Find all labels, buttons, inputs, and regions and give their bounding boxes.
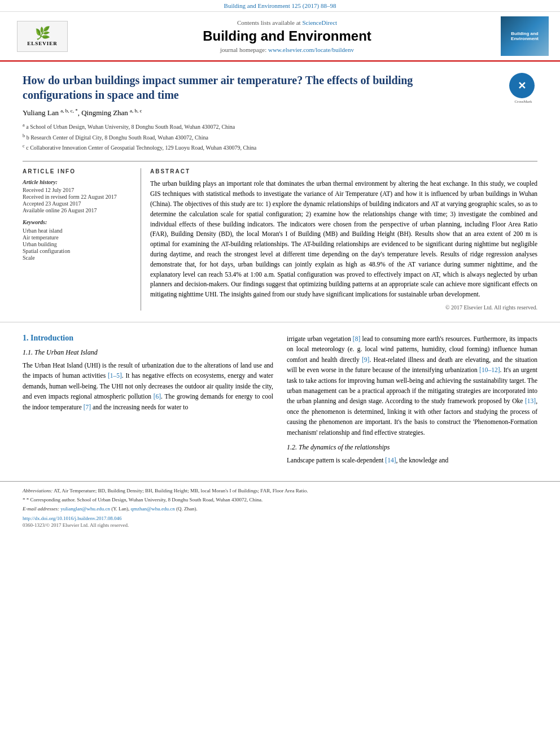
corresponding-line: * * Corresponding author. School of Urba… <box>23 496 537 504</box>
keyword-4: Spatial configuration <box>23 248 132 254</box>
crossmark-icon: ✕ <box>509 73 535 98</box>
affiliation-b: b b Research Center of Digital City, 8 D… <box>23 133 537 142</box>
homepage-link[interactable]: www.elsevier.com/locate/buildenv <box>268 46 354 53</box>
journal-homepage: journal homepage: www.elsevier.com/locat… <box>73 46 501 53</box>
ref-8: [8] <box>353 335 360 342</box>
journal-logo-right: Building andEnvironment <box>501 16 549 56</box>
corresponding-star: * <box>23 497 25 503</box>
keywords-label: Keywords: <box>23 219 132 225</box>
affiliations: a a School of Urban Design, Wuhan Univer… <box>23 122 537 152</box>
title-row: How do urban buildings impact summer air… <box>23 73 537 102</box>
abbreviations-line: Abbreviations: AT, Air Temperature; BD, … <box>23 487 537 495</box>
ref-6: [6] <box>154 393 161 400</box>
doi-link[interactable]: http://dx.doi.org/10.1016/j.buildenv.201… <box>23 516 122 521</box>
elsevier-logo: 🌿 ELSEVIER <box>17 21 68 52</box>
ref-14: [14] <box>385 457 396 464</box>
affiliation-c: c c Collaborative Innovation Center of G… <box>23 143 537 152</box>
email2-note: (Q. Zhan). <box>176 506 198 512</box>
contents-line: Contents lists available at ScienceDirec… <box>73 19 501 26</box>
author-yuliang: Yuliang Lan a, b, c, * <box>23 108 78 117</box>
keyword-3: Urban building <box>23 241 132 247</box>
available-date: Available online 26 August 2017 <box>23 207 132 213</box>
ref-13: [13] <box>525 397 536 404</box>
body-para2: Landscape pattern is scale-dependent [14… <box>287 455 537 465</box>
keyword-1: Urban heat island <box>23 228 132 234</box>
footer-section: Abbreviations: AT, Air Temperature; BD, … <box>0 481 560 534</box>
email2-link[interactable]: qmzhan@whu.edu.cn <box>131 506 175 512</box>
crossmark-label: CrossMark <box>509 99 537 104</box>
body-para1: The Urban Heat Island (UHI) is the resul… <box>23 360 273 412</box>
subsection1-title: 1.1. The Urban Heat Island <box>23 348 273 357</box>
ref-1-5: [1–5] <box>108 372 122 379</box>
history-label: Article history: <box>23 179 132 185</box>
journal-ref-bar: Building and Environment 125 (2017) 88–9… <box>0 0 560 12</box>
section1-title: 1. Introduction <box>23 334 273 343</box>
journal-center: Contents lists available at ScienceDirec… <box>73 19 501 53</box>
received-revised: Received in revised form 22 August 2017 <box>23 194 132 200</box>
elsevier-logo-area: 🌿 ELSEVIER <box>11 21 73 52</box>
subsection2-title: 1.2. The dynamics of the relationships <box>287 443 537 452</box>
email-label: E-mail addresses: <box>23 506 59 512</box>
tree-icon: 🌿 <box>35 26 50 41</box>
ref-7: [7] <box>84 404 91 410</box>
ref-9: [9] <box>362 356 369 363</box>
article-info-header: ARTICLE INFO <box>23 168 132 174</box>
journal-title: Building and Environment <box>73 28 501 44</box>
affiliation-a: a a School of Urban Design, Wuhan Univer… <box>23 122 537 131</box>
abstract-text: The urban building plays an important ro… <box>150 179 537 300</box>
body-section: 1. Introduction 1.1. The Urban Heat Isla… <box>0 322 560 481</box>
keyword-2: Air temperature <box>23 234 132 241</box>
copyright-line: © 2017 Elsevier Ltd. All rights reserved… <box>150 304 537 311</box>
article-info-col: ARTICLE INFO Article history: Received 1… <box>23 168 141 311</box>
contents-text: Contents lists available at <box>237 19 301 26</box>
keyword-5: Scale <box>23 255 132 261</box>
elsevier-wordmark: ELSEVIER <box>27 41 58 46</box>
corresponding-label: * Corresponding author. <box>27 497 76 503</box>
homepage-label: journal homepage: <box>220 46 266 53</box>
doi-line: http://dx.doi.org/10.1016/j.buildenv.201… <box>23 516 537 521</box>
body-left-col: 1. Introduction 1.1. The Urban Heat Isla… <box>23 334 273 470</box>
authors-line: Yuliang Lan a, b, c, *, Qingming Zhan a,… <box>23 108 537 117</box>
keywords-block: Keywords: Urban heat island Air temperat… <box>23 219 132 261</box>
abbrev-label: Abbreviations: <box>23 488 53 493</box>
email-line: E-mail addresses: yulianglan@whu.edu.cn … <box>23 505 537 513</box>
crossmark-badge: ✕ CrossMark <box>509 73 537 101</box>
ref-10-12: [10–12] <box>479 366 500 373</box>
info-abstract-columns: ARTICLE INFO Article history: Received 1… <box>23 161 537 311</box>
journal-middle: 🌿 ELSEVIER Contents lists available at S… <box>0 12 560 60</box>
body-columns: 1. Introduction 1.1. The Urban Heat Isla… <box>23 334 537 470</box>
body-para1-cont: irrigate urban vegetation [8] lead to co… <box>287 334 537 438</box>
email1-link[interactable]: yulianglan@whu.edu.cn <box>60 506 110 512</box>
journal-header: Building and Environment 125 (2017) 88–9… <box>0 0 560 62</box>
sciencedirect-link[interactable]: ScienceDirect <box>302 19 337 26</box>
right-logo-text: Building andEnvironment <box>511 31 539 41</box>
body-right-col: irrigate urban vegetation [8] lead to co… <box>287 334 537 470</box>
article-title: How do urban buildings impact summer air… <box>23 73 435 102</box>
issn-line: 0360-1323/© 2017 Elsevier Ltd. All right… <box>23 522 537 528</box>
email1-note: (Y. Lan), <box>111 506 129 512</box>
corresponding-text: School of Urban Design, Wuhan University… <box>77 497 262 503</box>
accepted-date: Accepted 23 August 2017 <box>23 200 132 207</box>
article-header-section: How do urban buildings impact summer air… <box>0 62 560 322</box>
abstract-col: ABSTRACT The urban building plays an imp… <box>141 168 537 311</box>
article-history: Article history: Received 12 July 2017 R… <box>23 179 132 213</box>
received-date: Received 12 July 2017 <box>23 187 132 193</box>
journal-ref: Building and Environment 125 (2017) 88–9… <box>224 2 336 9</box>
author-qingming: Qingming Zhan a, b, c <box>81 108 142 117</box>
abstract-header: ABSTRACT <box>150 168 537 174</box>
abbrev-text: AT, Air Temperature; BD, Building Densit… <box>54 488 308 493</box>
